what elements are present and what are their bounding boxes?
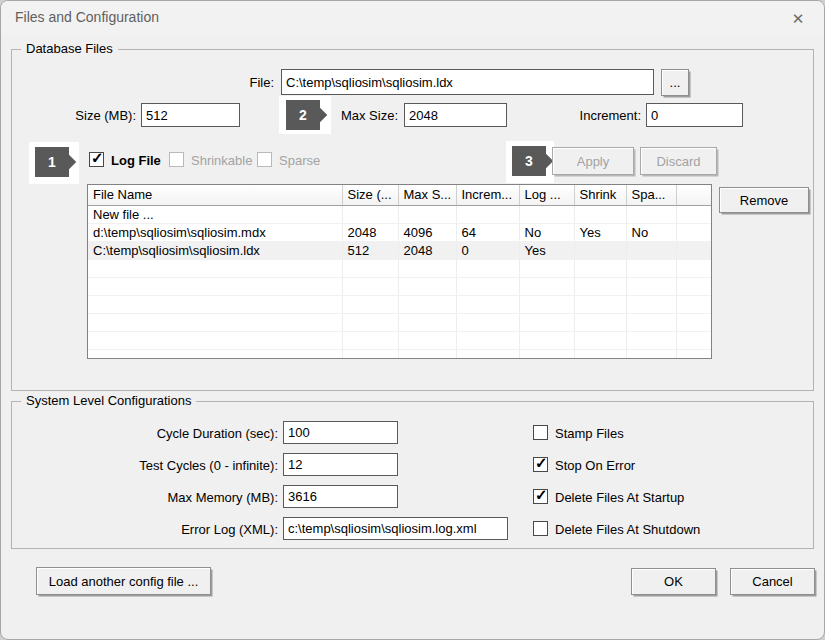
callout-2-plate: 2 xyxy=(279,96,331,134)
table-row-empty xyxy=(88,277,711,295)
size-label: Size (MB): xyxy=(41,108,136,123)
stop-on-error-label: Stop On Error xyxy=(555,458,635,473)
close-icon[interactable]: ✕ xyxy=(786,7,810,31)
stamp-files-checkbox[interactable] xyxy=(533,425,548,440)
cell-max-size xyxy=(398,205,456,223)
browse-button[interactable]: ... xyxy=(661,69,689,96)
cell-sparse xyxy=(626,205,676,223)
title-bar: Files and Configuration ✕ xyxy=(1,1,824,35)
callout-3-badge: 3 xyxy=(512,146,546,176)
cancel-button[interactable]: Cancel xyxy=(730,568,815,595)
cell-log: No xyxy=(519,223,574,241)
cycle-duration-label: Cycle Duration (sec): xyxy=(61,426,278,441)
system-config-group-label: System Level Configurations xyxy=(21,393,196,408)
test-cycles-input[interactable] xyxy=(283,453,398,476)
cell-max-size: 2048 xyxy=(398,241,456,259)
max-size-input[interactable] xyxy=(404,103,507,127)
table-row-mdx[interactable]: d:\temp\sqliosim\sqliosim.mdx 2048 4096 … xyxy=(88,223,711,241)
table-row-empty xyxy=(88,349,711,359)
delete-files-at-startup-label: Delete Files At Startup xyxy=(555,490,684,505)
column-header-log[interactable]: Log ... xyxy=(519,185,574,205)
cell-sparse xyxy=(626,241,676,259)
cell-size: 512 xyxy=(342,241,398,259)
max-memory-label: Max Memory (MB): xyxy=(61,490,278,505)
table-row-empty xyxy=(88,295,711,313)
shrinkable-checkbox xyxy=(169,152,184,167)
log-file-checkbox[interactable] xyxy=(89,152,104,167)
load-config-button[interactable]: Load another config file ... xyxy=(36,567,211,595)
cell-shrink xyxy=(574,205,626,223)
cell-increment: 64 xyxy=(456,223,519,241)
table-row-ldx-selected[interactable]: C:\temp\sqliosim\sqliosim.ldx 512 2048 0… xyxy=(88,241,711,259)
sparse-checkbox xyxy=(257,152,272,167)
cell-log xyxy=(519,205,574,223)
table-row-empty xyxy=(88,331,711,349)
apply-button[interactable]: Apply xyxy=(552,147,634,175)
max-memory-input[interactable] xyxy=(283,485,398,508)
stamp-files-label: Stamp Files xyxy=(555,426,624,441)
cell-increment: 0 xyxy=(456,241,519,259)
delete-files-at-startup-checkbox[interactable] xyxy=(533,489,548,504)
cell-file-name[interactable]: C:\temp\sqliosim\sqliosim.ldx xyxy=(88,241,342,259)
cell-file-name[interactable]: New file ... xyxy=(88,205,342,223)
cell-blank xyxy=(676,223,711,241)
increment-input[interactable] xyxy=(646,103,743,127)
table-row-empty xyxy=(88,313,711,331)
cell-sparse: No xyxy=(626,223,676,241)
sparse-label: Sparse xyxy=(279,153,320,168)
cell-size: 2048 xyxy=(342,223,398,241)
cell-shrink xyxy=(574,241,626,259)
test-cycles-label: Test Cycles (0 - infinite): xyxy=(61,458,278,473)
increment-label: Increment: xyxy=(561,108,641,123)
database-files-group-label: Database Files xyxy=(21,41,118,56)
cell-blank xyxy=(676,205,711,223)
table-row-new-file[interactable]: New file ... xyxy=(88,205,711,223)
error-log-input[interactable] xyxy=(283,517,508,540)
cell-increment xyxy=(456,205,519,223)
callout-1-plate: 1 xyxy=(29,142,79,184)
callout-3-plate: 3 xyxy=(506,141,554,183)
cell-blank xyxy=(676,241,711,259)
cell-shrink: Yes xyxy=(574,223,626,241)
column-header-sparse[interactable]: Spa... xyxy=(626,185,676,205)
column-header-shrink[interactable]: Shrink xyxy=(574,185,626,205)
callout-1-badge: 1 xyxy=(35,147,69,177)
column-header-size[interactable]: Size (... xyxy=(342,185,398,205)
delete-files-at-shutdown-label: Delete Files At Shutdown xyxy=(555,522,700,537)
file-list: File Name Size (... Max S... Increm... L… xyxy=(87,184,712,359)
shrinkable-label: Shrinkable xyxy=(191,153,252,168)
column-header-blank xyxy=(676,185,711,205)
file-label: File: xyxy=(181,75,274,90)
cell-size xyxy=(342,205,398,223)
table-row-empty xyxy=(88,259,711,277)
stop-on-error-checkbox[interactable] xyxy=(533,457,548,472)
remove-button[interactable]: Remove xyxy=(719,187,809,213)
discard-button[interactable]: Discard xyxy=(640,147,717,175)
cell-log: Yes xyxy=(519,241,574,259)
dialog-title: Files and Configuration xyxy=(15,9,159,25)
column-header-increment[interactable]: Increm... xyxy=(456,185,519,205)
ok-button[interactable]: OK xyxy=(631,568,716,595)
callout-2-badge: 2 xyxy=(286,100,320,130)
column-header-file-name[interactable]: File Name xyxy=(88,185,342,205)
file-input[interactable] xyxy=(281,69,654,95)
cell-file-name[interactable]: d:\temp\sqliosim\sqliosim.mdx xyxy=(88,223,342,241)
max-size-label: Max Size: xyxy=(326,108,398,123)
cycle-duration-input[interactable] xyxy=(283,421,398,444)
delete-files-at-shutdown-checkbox[interactable] xyxy=(533,521,548,536)
file-table: File Name Size (... Max S... Increm... L… xyxy=(88,185,712,359)
log-file-label: Log File xyxy=(111,153,161,168)
files-and-configuration-dialog: Files and Configuration ✕ Database Files… xyxy=(0,0,825,640)
size-input[interactable] xyxy=(141,103,240,127)
error-log-label: Error Log (XML): xyxy=(61,522,278,537)
table-header-row: File Name Size (... Max S... Increm... L… xyxy=(88,185,711,205)
column-header-max-size[interactable]: Max S... xyxy=(398,185,456,205)
cell-max-size: 4096 xyxy=(398,223,456,241)
